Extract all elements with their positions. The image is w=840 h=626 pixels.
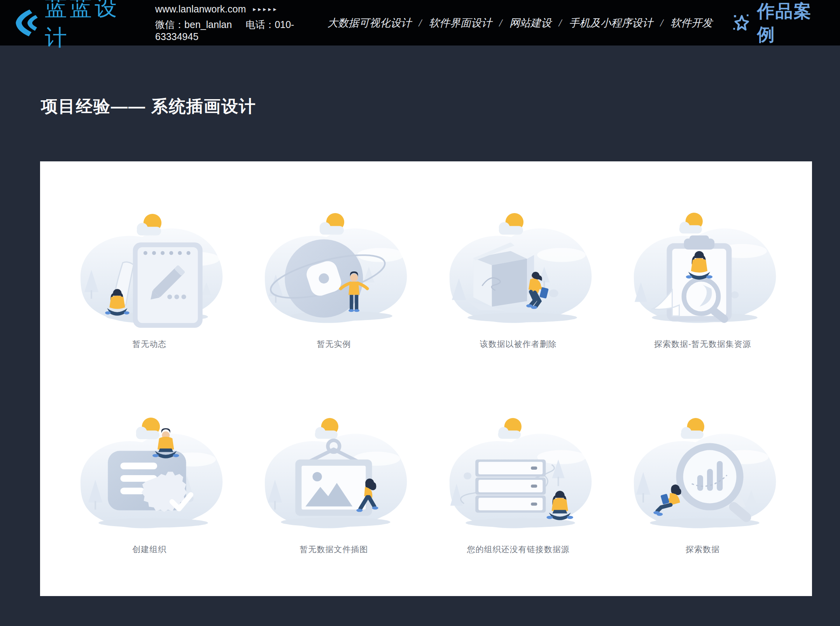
wechat-value: ben_lanlan (184, 19, 232, 30)
open-box-illustration (435, 208, 602, 333)
page-title: 项目经验—— 系统插画设计 (41, 95, 840, 118)
illustration-cell: 您的组织还没有链接数据源 (426, 413, 611, 596)
picture-frame-illustration (250, 413, 417, 539)
sun-cloud-icon (679, 213, 703, 233)
sun-cloud-icon (315, 418, 338, 439)
illustration-caption: 暂无实例 (317, 339, 351, 350)
nav-item-website[interactable]: 网站建设 (509, 17, 551, 29)
logo-text: 蓝蓝设计 (45, 0, 139, 53)
illustration-card: 暂无动态 (40, 161, 812, 596)
illustration-caption: 暂无数据文件插图 (299, 544, 368, 555)
illustration-caption: 探索数据-暂无数据集资源 (654, 339, 751, 350)
star-wand-icon (731, 12, 752, 34)
nav-separator: / (499, 17, 502, 29)
clipboard-magnifier-illustration (619, 208, 786, 333)
site-header: 蓝蓝设计 www.lanlanwork.com ▸▸▸▸▸ 微信：ben_lan… (0, 0, 840, 45)
notepad-pencil-illustration (66, 208, 233, 333)
portfolio-label: 作品案例 (757, 0, 826, 46)
sun-cloud-icon (137, 214, 161, 235)
nav-separator: / (419, 17, 422, 29)
nav-item-bigdata-visualization[interactable]: 大数据可视化设计 (327, 17, 411, 29)
sun-cloud-icon (498, 418, 521, 439)
illustration-cell: 该数据以被作者删除 (426, 208, 611, 391)
website-link[interactable]: www.lanlanwork.com (155, 3, 246, 15)
main-nav: 大数据可视化设计 / 软件界面设计 / 网站建设 / 手机及小程序设计 / 软件… (327, 16, 712, 30)
illustration-cell: 探索数据-暂无数据集资源 (611, 208, 795, 391)
server-stack-illustration (435, 413, 602, 539)
contact-info: www.lanlanwork.com ▸▸▸▸▸ 微信：ben_lanlan 电… (155, 3, 327, 42)
illustration-caption: 创建组织 (132, 544, 166, 555)
illustration-cell: 暂无数据文件插图 (242, 413, 426, 596)
nav-item-software-dev[interactable]: 软件开发 (670, 17, 712, 29)
arrows-decoration: ▸▸▸▸▸ (253, 5, 278, 13)
illustration-caption: 您的组织还没有链接数据源 (467, 544, 570, 555)
main-content: 项目经验—— 系统插画设计 (0, 95, 840, 596)
page: 蓝蓝设计 www.lanlanwork.com ▸▸▸▸▸ 微信：ben_lan… (0, 0, 840, 626)
nav-separator: / (559, 17, 562, 29)
illustration-cell: 暂无实例 (242, 208, 426, 391)
portfolio-link[interactable]: 作品案例 (731, 0, 826, 46)
phone-label: 电话： (245, 19, 275, 30)
sun-cloud-icon (681, 418, 704, 439)
wechat-label: 微信： (155, 19, 184, 30)
illustration-cell: 探索数据 (611, 413, 795, 596)
illustration-cell: 暂无动态 (57, 208, 242, 391)
illustration-caption: 暂无动态 (132, 339, 166, 350)
magnifier-chart-illustration (619, 413, 786, 539)
sun-cloud-icon (320, 213, 344, 234)
illustration-cell: 创建组织 (57, 413, 242, 596)
nav-item-mobile-miniapp[interactable]: 手机及小程序设计 (569, 17, 653, 29)
sun-cloud-icon (499, 213, 523, 234)
logo[interactable]: 蓝蓝设计 (12, 0, 139, 53)
nav-separator: / (660, 17, 663, 29)
sun-cloud-icon (136, 418, 160, 439)
compass-disc-illustration (250, 208, 417, 333)
illustration-caption: 探索数据 (686, 544, 720, 555)
logo-icon (12, 7, 42, 38)
list-card-check-illustration (66, 413, 233, 539)
illustration-caption: 该数据以被作者删除 (480, 339, 557, 350)
nav-item-software-ui[interactable]: 软件界面设计 (429, 17, 492, 29)
